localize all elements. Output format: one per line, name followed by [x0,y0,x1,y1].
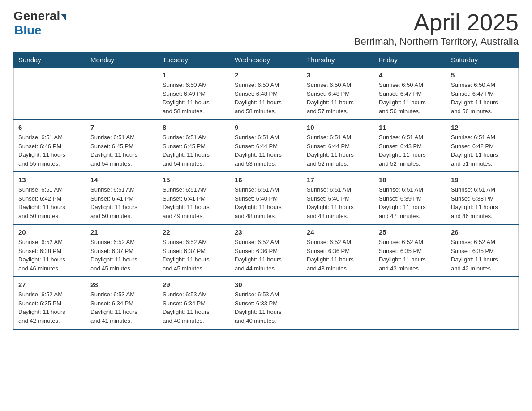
calendar-cell: 14Sunrise: 6:51 AM Sunset: 6:41 PM Dayli… [86,172,158,224]
day-info: Sunrise: 6:52 AM Sunset: 6:36 PM Dayligh… [235,238,297,273]
day-number: 8 [163,124,225,131]
day-info: Sunrise: 6:51 AM Sunset: 6:39 PM Dayligh… [379,185,442,220]
calendar-cell: 28Sunrise: 6:53 AM Sunset: 6:34 PM Dayli… [86,277,158,329]
day-number: 9 [235,124,297,131]
header: General Blue April 2025 Berrimah, Northe… [13,9,519,47]
subtitle: Berrimah, Northern Territory, Australia [354,36,519,47]
day-number: 13 [18,176,81,184]
calendar-cell: 20Sunrise: 6:52 AM Sunset: 6:38 PM Dayli… [14,224,86,277]
logo-arrow-icon [61,14,66,21]
weekday-header-wednesday: Wednesday [230,52,302,68]
day-number: 11 [379,124,442,131]
weekday-header-thursday: Thursday [302,52,374,68]
calendar-cell: 24Sunrise: 6:52 AM Sunset: 6:36 PM Dayli… [302,224,374,277]
day-info: Sunrise: 6:52 AM Sunset: 6:35 PM Dayligh… [379,238,442,273]
day-info: Sunrise: 6:51 AM Sunset: 6:45 PM Dayligh… [90,133,153,168]
weekday-header-monday: Monday [86,52,158,68]
day-number: 27 [18,281,81,288]
day-info: Sunrise: 6:50 AM Sunset: 6:48 PM Dayligh… [235,81,297,116]
calendar-week-row: 6Sunrise: 6:51 AM Sunset: 6:46 PM Daylig… [14,120,519,172]
day-info: Sunrise: 6:50 AM Sunset: 6:48 PM Dayligh… [307,81,369,116]
day-number: 21 [90,228,153,236]
day-number: 4 [379,71,442,79]
day-number: 18 [379,176,442,184]
calendar-cell: 15Sunrise: 6:51 AM Sunset: 6:41 PM Dayli… [158,172,230,224]
calendar-cell: 18Sunrise: 6:51 AM Sunset: 6:39 PM Dayli… [374,172,446,224]
day-number: 20 [18,228,81,236]
calendar-cell: 1Sunrise: 6:50 AM Sunset: 6:49 PM Daylig… [158,68,230,120]
day-info: Sunrise: 6:51 AM Sunset: 6:40 PM Dayligh… [307,185,369,220]
weekday-header-friday: Friday [374,52,446,68]
calendar-cell: 4Sunrise: 6:50 AM Sunset: 6:47 PM Daylig… [374,68,446,120]
logo: General Blue [13,9,66,38]
calendar-cell: 29Sunrise: 6:53 AM Sunset: 6:34 PM Dayli… [158,277,230,329]
day-info: Sunrise: 6:52 AM Sunset: 6:36 PM Dayligh… [307,238,369,273]
day-number: 26 [451,228,514,236]
calendar-header: SundayMondayTuesdayWednesdayThursdayFrid… [14,52,519,68]
day-number: 7 [90,124,153,131]
day-info: Sunrise: 6:50 AM Sunset: 6:49 PM Dayligh… [163,81,225,116]
calendar-week-row: 13Sunrise: 6:51 AM Sunset: 6:42 PM Dayli… [14,172,519,224]
calendar-week-row: 27Sunrise: 6:52 AM Sunset: 6:35 PM Dayli… [14,277,519,329]
day-info: Sunrise: 6:51 AM Sunset: 6:42 PM Dayligh… [18,185,81,220]
calendar-cell: 17Sunrise: 6:51 AM Sunset: 6:40 PM Dayli… [302,172,374,224]
calendar-cell: 26Sunrise: 6:52 AM Sunset: 6:35 PM Dayli… [446,224,519,277]
calendar-cell: 5Sunrise: 6:50 AM Sunset: 6:47 PM Daylig… [446,68,519,120]
day-number: 29 [163,281,225,288]
day-info: Sunrise: 6:53 AM Sunset: 6:34 PM Dayligh… [90,290,153,325]
day-number: 6 [18,124,81,131]
calendar-cell [302,277,374,329]
calendar-cell: 30Sunrise: 6:53 AM Sunset: 6:33 PM Dayli… [230,277,302,329]
day-info: Sunrise: 6:51 AM Sunset: 6:44 PM Dayligh… [307,133,369,168]
day-number: 2 [235,71,297,79]
day-number: 19 [451,176,514,184]
calendar-body: 1Sunrise: 6:50 AM Sunset: 6:49 PM Daylig… [14,68,519,330]
day-info: Sunrise: 6:50 AM Sunset: 6:47 PM Dayligh… [451,81,514,116]
calendar-cell: 9Sunrise: 6:51 AM Sunset: 6:44 PM Daylig… [230,120,302,172]
day-info: Sunrise: 6:51 AM Sunset: 6:38 PM Dayligh… [451,185,514,220]
calendar-cell: 27Sunrise: 6:52 AM Sunset: 6:35 PM Dayli… [14,277,86,329]
calendar-cell: 23Sunrise: 6:52 AM Sunset: 6:36 PM Dayli… [230,224,302,277]
calendar-cell: 3Sunrise: 6:50 AM Sunset: 6:48 PM Daylig… [302,68,374,120]
weekday-header-sunday: Sunday [14,52,86,68]
day-info: Sunrise: 6:51 AM Sunset: 6:46 PM Dayligh… [18,133,81,168]
calendar-table: SundayMondayTuesdayWednesdayThursdayFrid… [13,52,519,330]
day-info: Sunrise: 6:50 AM Sunset: 6:47 PM Dayligh… [379,81,442,116]
day-info: Sunrise: 6:52 AM Sunset: 6:35 PM Dayligh… [18,290,81,325]
day-number: 30 [235,281,297,288]
calendar-cell: 25Sunrise: 6:52 AM Sunset: 6:35 PM Dayli… [374,224,446,277]
calendar-cell: 8Sunrise: 6:51 AM Sunset: 6:45 PM Daylig… [158,120,230,172]
calendar-cell: 6Sunrise: 6:51 AM Sunset: 6:46 PM Daylig… [14,120,86,172]
logo-general-text: General [13,9,60,23]
day-number: 10 [307,124,369,131]
calendar-cell [86,68,158,120]
day-info: Sunrise: 6:51 AM Sunset: 6:45 PM Dayligh… [163,133,225,168]
day-number: 15 [163,176,225,184]
day-info: Sunrise: 6:51 AM Sunset: 6:42 PM Dayligh… [451,133,514,168]
calendar-cell: 10Sunrise: 6:51 AM Sunset: 6:44 PM Dayli… [302,120,374,172]
day-number: 24 [307,228,369,236]
day-number: 23 [235,228,297,236]
day-info: Sunrise: 6:52 AM Sunset: 6:37 PM Dayligh… [163,238,225,273]
day-number: 5 [451,71,514,79]
calendar-cell: 16Sunrise: 6:51 AM Sunset: 6:40 PM Dayli… [230,172,302,224]
logo-blue-text: Blue [14,23,42,38]
day-info: Sunrise: 6:52 AM Sunset: 6:37 PM Dayligh… [90,238,153,273]
calendar-cell: 21Sunrise: 6:52 AM Sunset: 6:37 PM Dayli… [86,224,158,277]
day-info: Sunrise: 6:51 AM Sunset: 6:44 PM Dayligh… [235,133,297,168]
weekday-header-tuesday: Tuesday [158,52,230,68]
day-number: 14 [90,176,153,184]
day-number: 22 [163,228,225,236]
main-title: April 2025 [354,9,519,36]
day-number: 1 [163,71,225,79]
calendar-cell: 7Sunrise: 6:51 AM Sunset: 6:45 PM Daylig… [86,120,158,172]
calendar-week-row: 1Sunrise: 6:50 AM Sunset: 6:49 PM Daylig… [14,68,519,120]
calendar-cell [446,277,519,329]
day-info: Sunrise: 6:52 AM Sunset: 6:35 PM Dayligh… [451,238,514,273]
calendar-cell: 22Sunrise: 6:52 AM Sunset: 6:37 PM Dayli… [158,224,230,277]
calendar-cell [14,68,86,120]
day-number: 16 [235,176,297,184]
day-number: 28 [90,281,153,288]
day-info: Sunrise: 6:51 AM Sunset: 6:41 PM Dayligh… [90,185,153,220]
calendar-cell: 11Sunrise: 6:51 AM Sunset: 6:43 PM Dayli… [374,120,446,172]
